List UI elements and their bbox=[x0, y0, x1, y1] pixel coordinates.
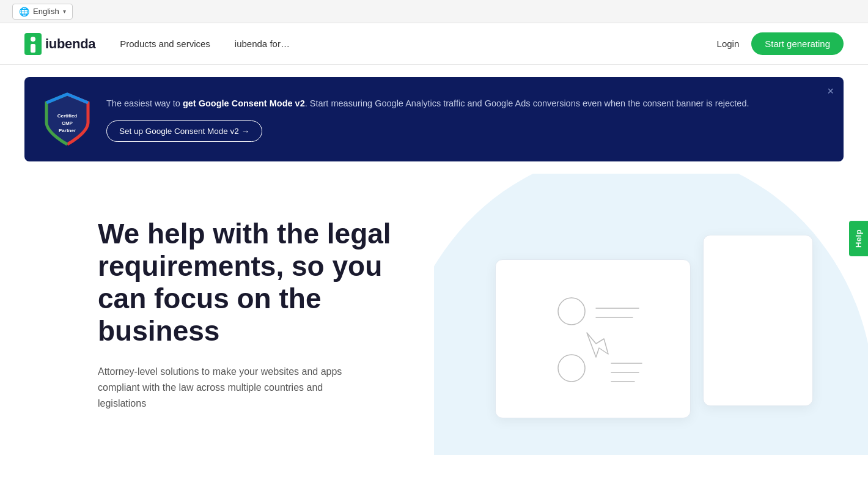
banner-text: The easiest way to get Google Consent Mo… bbox=[106, 97, 825, 111]
svg-point-7 bbox=[558, 355, 585, 382]
hero-section: We help with the legal requirements, so … bbox=[0, 174, 868, 455]
main-navbar: iubenda Products and services iubenda fo… bbox=[0, 23, 868, 65]
globe-icon: 🌐 bbox=[19, 7, 29, 17]
language-label: English bbox=[33, 7, 59, 16]
hero-title: We help with the legal requirements, so … bbox=[98, 218, 403, 347]
hero-subtitle: Attorney-level solutions to make your we… bbox=[98, 364, 355, 411]
help-button[interactable]: Help bbox=[849, 221, 868, 256]
svg-rect-1 bbox=[31, 37, 35, 42]
nav-products-link[interactable]: Products and services bbox=[120, 39, 210, 49]
nav-right: Login Start generating bbox=[717, 32, 844, 55]
language-selector[interactable]: 🌐 English ▾ bbox=[12, 4, 73, 20]
login-link[interactable]: Login bbox=[717, 39, 740, 49]
consent-mode-banner: Certified CMP Partner The easiest way to… bbox=[24, 77, 844, 161]
banner-close-button[interactable]: × bbox=[827, 86, 834, 97]
hero-left: We help with the legal requirements, so … bbox=[0, 174, 434, 455]
consent-mode-cta-button[interactable]: Set up Google Consent Mode v2 → bbox=[106, 120, 262, 142]
nav-links: Products and services iubenda for… bbox=[120, 39, 716, 49]
svg-text:Partner: Partner bbox=[59, 128, 76, 133]
banner-content: The easiest way to get Google Consent Mo… bbox=[106, 97, 825, 142]
hero-right bbox=[434, 174, 868, 455]
hero-doc-card bbox=[495, 259, 691, 418]
logo-link[interactable]: iubenda bbox=[24, 33, 95, 55]
svg-text:Certified: Certified bbox=[57, 113, 78, 119]
logo-text: iubenda bbox=[45, 36, 95, 52]
cmp-partner-shield: Certified CMP Partner bbox=[43, 92, 92, 147]
topbar: 🌐 English ▾ bbox=[0, 0, 868, 23]
banner-highlight: get Google Consent Mode v2 bbox=[183, 98, 305, 108]
chevron-down-icon: ▾ bbox=[63, 8, 66, 15]
svg-point-6 bbox=[558, 298, 585, 325]
hero-doc-card-2 bbox=[703, 235, 813, 406]
nav-iubenda-for-link[interactable]: iubenda for… bbox=[235, 39, 290, 49]
doc-illustration-svg bbox=[526, 278, 660, 400]
logo-icon bbox=[24, 33, 42, 55]
start-generating-button[interactable]: Start generating bbox=[751, 32, 844, 55]
svg-rect-2 bbox=[31, 44, 35, 53]
svg-text:CMP: CMP bbox=[62, 120, 73, 126]
